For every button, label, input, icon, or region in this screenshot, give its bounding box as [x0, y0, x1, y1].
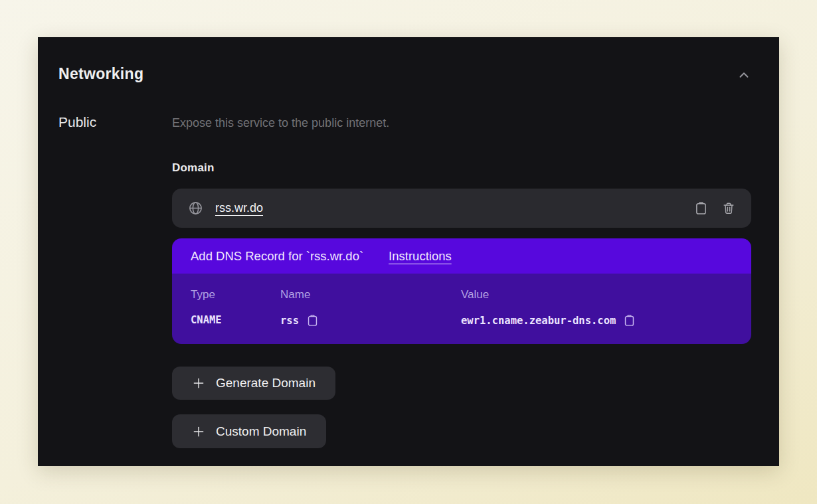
- public-description: Expose this service to the public intern…: [172, 116, 389, 130]
- copy-icon: [307, 314, 318, 327]
- public-label: Public: [58, 114, 96, 130]
- dns-record-panel: Add DNS Record for `rss.wr.do` Instructi…: [172, 238, 751, 344]
- record-name-value: rss: [280, 315, 299, 327]
- copy-icon: [624, 314, 635, 327]
- generate-domain-button[interactable]: Generate Domain: [172, 367, 335, 400]
- record-name-cell: rss: [280, 314, 318, 327]
- copy-record-value-button[interactable]: [624, 314, 635, 327]
- dns-record-table: Type Name Value CNAME rss ewr1.cname.zea…: [172, 274, 751, 344]
- custom-domain-label: Custom Domain: [216, 424, 306, 439]
- column-header-value: Value: [461, 288, 489, 301]
- record-value-cell: ewr1.cname.zeabur-dns.com: [461, 314, 635, 327]
- trash-icon: [722, 201, 735, 215]
- section-title: Networking: [58, 65, 143, 83]
- column-header-name: Name: [280, 288, 310, 301]
- instructions-link[interactable]: Instructions: [389, 249, 452, 264]
- chevron-up-icon: [737, 68, 751, 82]
- record-value-value: ewr1.cname.zeabur-dns.com: [461, 315, 616, 327]
- column-header-type: Type: [191, 288, 215, 301]
- record-type-cell: CNAME: [191, 314, 222, 326]
- copy-record-name-button[interactable]: [307, 314, 318, 327]
- plus-icon: [192, 377, 205, 390]
- delete-domain-button[interactable]: [722, 201, 735, 215]
- domain-link[interactable]: rss.wr.do: [215, 201, 263, 215]
- networking-card: Networking Public Expose this service to…: [38, 37, 779, 466]
- domain-entry-row: rss.wr.do: [172, 189, 751, 228]
- plus-icon: [192, 425, 205, 438]
- generate-domain-label: Generate Domain: [216, 376, 316, 390]
- dns-panel-title: Add DNS Record for `rss.wr.do`: [191, 249, 363, 264]
- globe-icon: [188, 201, 203, 216]
- domain-label: Domain: [172, 161, 215, 175]
- custom-domain-button[interactable]: Custom Domain: [172, 414, 326, 448]
- copy-icon: [695, 201, 707, 215]
- domain-row-actions: [695, 201, 735, 215]
- record-type-value: CNAME: [191, 314, 222, 326]
- dns-panel-header: Add DNS Record for `rss.wr.do` Instructi…: [172, 238, 751, 274]
- copy-domain-button[interactable]: [695, 201, 707, 215]
- collapse-section-button[interactable]: [735, 66, 753, 84]
